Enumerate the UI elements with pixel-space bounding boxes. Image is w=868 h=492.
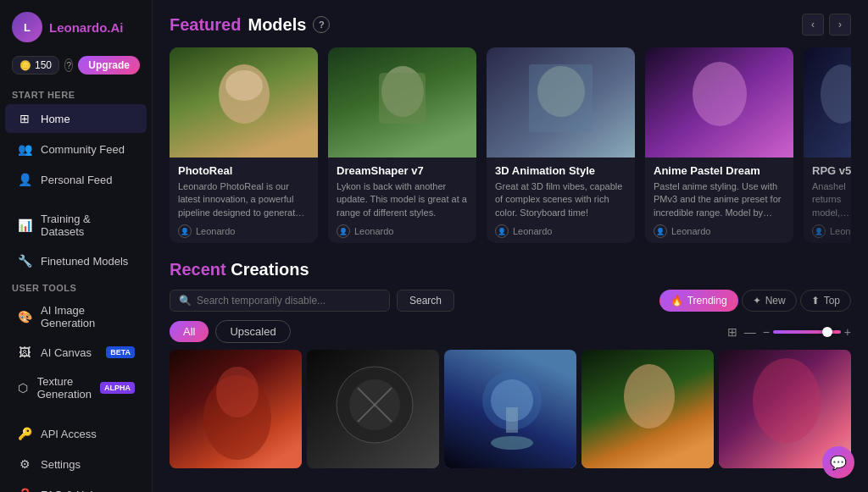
model-card-anime[interactable]: Anime Pastel Dream Pastel anime styling.…: [645, 47, 793, 243]
zoom-plus[interactable]: +: [844, 325, 851, 339]
filter-tab-trending[interactable]: 🔥 Trending: [659, 290, 738, 312]
type-tab-upscaled[interactable]: Upscaled: [215, 320, 290, 343]
finetuned-icon: 🔧: [17, 253, 32, 268]
filter-tab-top[interactable]: ⬆ Top: [800, 290, 851, 312]
model-card-body: RPG v5 Anashel returns model, speciali..…: [804, 158, 851, 243]
home-icon: ⊞: [17, 111, 32, 126]
upgrade-button[interactable]: Upgrade: [78, 56, 140, 75]
svg-point-28: [624, 364, 675, 428]
community-icon: 👥: [17, 141, 32, 157]
settings-icon: ⚙: [17, 456, 32, 472]
model-card-title: Anime Pastel Dream: [654, 164, 785, 177]
nav-arrows: ‹ ›: [802, 14, 851, 36]
search-button[interactable]: Search: [397, 290, 454, 312]
recent-section: Recent Creations 🔍 Search 🔥 Trending ✦ N…: [153, 252, 868, 477]
svg-point-2: [225, 70, 263, 101]
svg-rect-26: [506, 407, 518, 433]
sidebar-item-home[interactable]: ⊞ Home: [5, 104, 147, 133]
sidebar-item-label: API Access: [41, 428, 135, 440]
sidebar-item-personal-feed[interactable]: 👤 Personal Feed: [5, 165, 147, 194]
model-card-author: 👤 Leonardo: [495, 224, 626, 238]
view-controls: ⊞ — − +: [727, 325, 851, 339]
model-card-image: [487, 47, 635, 158]
model-card-photoreal[interactable]: PhotoReal Leonardo PhotoReal is our late…: [170, 47, 318, 243]
top-icon: ⬆: [811, 295, 820, 307]
featured-header: Featured Models ? ‹ ›: [170, 14, 851, 36]
chat-icon: 💬: [830, 455, 847, 471]
model-card-author: 👤 Leonardo: [178, 224, 309, 238]
model-card-3danim[interactable]: 3D Animation Style Great at 3D film vibe…: [487, 47, 635, 243]
grid-view-icon[interactable]: ⊞: [727, 325, 737, 339]
logo: L Leonardo.Ai: [0, 0, 152, 51]
api-icon: 🔑: [17, 426, 32, 441]
sidebar-item-faq[interactable]: ❓ FAQ & Help: [5, 480, 147, 492]
texture-icon: ⬡: [17, 380, 29, 395]
sidebar-item-settings[interactable]: ⚙ Settings: [5, 450, 147, 478]
model-card-body: PhotoReal Leonardo PhotoReal is our late…: [170, 158, 318, 243]
model-card-desc: Anashel returns model, speciali... of al…: [812, 180, 851, 219]
new-icon: ✦: [753, 295, 761, 307]
image-cell-1[interactable]: [170, 350, 302, 468]
sidebar: L Leonardo.Ai 🪙 150 ? Upgrade Start Here…: [0, 0, 153, 492]
author-avatar: 👤: [495, 224, 509, 238]
model-card-image: [328, 47, 476, 158]
filter-tab-label: Trending: [687, 295, 727, 307]
svg-point-31: [753, 358, 821, 443]
model-card-desc: Leonardo PhotoReal is our latest innovat…: [178, 180, 309, 219]
zoom-minus[interactable]: −: [763, 325, 770, 339]
faq-icon: ❓: [17, 487, 32, 492]
brand-name: Leonardo.Ai: [49, 20, 124, 35]
next-arrow[interactable]: ›: [829, 14, 851, 36]
model-card-desc: Pastel anime styling. Use with PMv3 and …: [654, 180, 785, 219]
model-card-author: 👤 Leonardo: [654, 224, 785, 238]
coin-icon: 🪙: [19, 60, 31, 71]
image-cell-3[interactable]: [444, 350, 576, 468]
sidebar-item-ai-canvas[interactable]: 🖼 AI Canvas BETA: [5, 338, 147, 367]
sidebar-item-community-feed[interactable]: 👥 Community Feed: [5, 135, 147, 163]
search-input[interactable]: [197, 295, 381, 307]
author-name: Leonardo: [671, 226, 711, 236]
info-icon[interactable]: ?: [64, 58, 73, 72]
model-card-dreamshaper[interactable]: DreamShaper v7 Lykon is back with anothe…: [328, 47, 476, 243]
model-card-title: PhotoReal: [178, 164, 309, 177]
list-view-icon[interactable]: —: [744, 325, 756, 339]
type-tab-all[interactable]: All: [170, 321, 209, 342]
model-card-rpg[interactable]: RPG v5 Anashel returns model, speciali..…: [804, 47, 851, 243]
zoom-track[interactable]: [773, 330, 841, 334]
sidebar-item-label: Home: [41, 113, 135, 125]
sidebar-item-finetuned[interactable]: 🔧 Finetuned Models: [5, 246, 147, 275]
model-card-body: DreamShaper v7 Lykon is back with anothe…: [328, 158, 476, 243]
sidebar-item-texture[interactable]: ⬡ Texture Generation ALPHA: [5, 368, 147, 407]
filter-tab-new[interactable]: ✦ New: [742, 290, 797, 312]
svg-rect-8: [529, 64, 593, 132]
sidebar-item-label: Settings: [41, 458, 135, 471]
sidebar-item-label: FAQ & Help: [41, 489, 135, 493]
type-tabs: All Upscaled ⊞ — − +: [170, 320, 851, 343]
filter-tab-label: Top: [824, 295, 840, 307]
prev-arrow[interactable]: ‹: [802, 14, 824, 36]
model-card-title: DreamShaper v7: [337, 164, 468, 177]
author-name: Leonardo: [354, 226, 394, 236]
trending-icon: 🔥: [670, 295, 683, 307]
image-grid: [170, 350, 851, 468]
search-icon: 🔍: [179, 295, 192, 307]
model-card-author: 👤 Leonardo: [812, 224, 851, 238]
sidebar-item-ai-image[interactable]: 🎨 AI Image Generation: [5, 297, 147, 336]
author-name: Leonardo: [513, 226, 553, 236]
sidebar-item-label: AI Image Generation: [41, 304, 135, 329]
author-name: Leonardo: [196, 226, 236, 236]
canvas-icon: 🖼: [17, 345, 32, 360]
image-cell-4[interactable]: [581, 350, 714, 468]
filter-tab-label: New: [765, 295, 786, 307]
model-card-image: [170, 47, 318, 158]
main-content: Featured Models ? ‹ ›: [153, 0, 868, 492]
chat-bubble[interactable]: 💬: [822, 446, 854, 478]
featured-title-normal: Models: [248, 15, 306, 35]
author-avatar: 👤: [812, 224, 826, 238]
sidebar-item-training[interactable]: 📊 Training & Datasets: [5, 206, 147, 245]
featured-help-icon[interactable]: ?: [313, 16, 330, 33]
sidebar-item-label: Training & Datasets: [41, 213, 135, 238]
image-cell-2[interactable]: [307, 350, 439, 468]
model-card-image: [645, 47, 793, 158]
sidebar-item-api[interactable]: 🔑 API Access: [5, 419, 147, 448]
